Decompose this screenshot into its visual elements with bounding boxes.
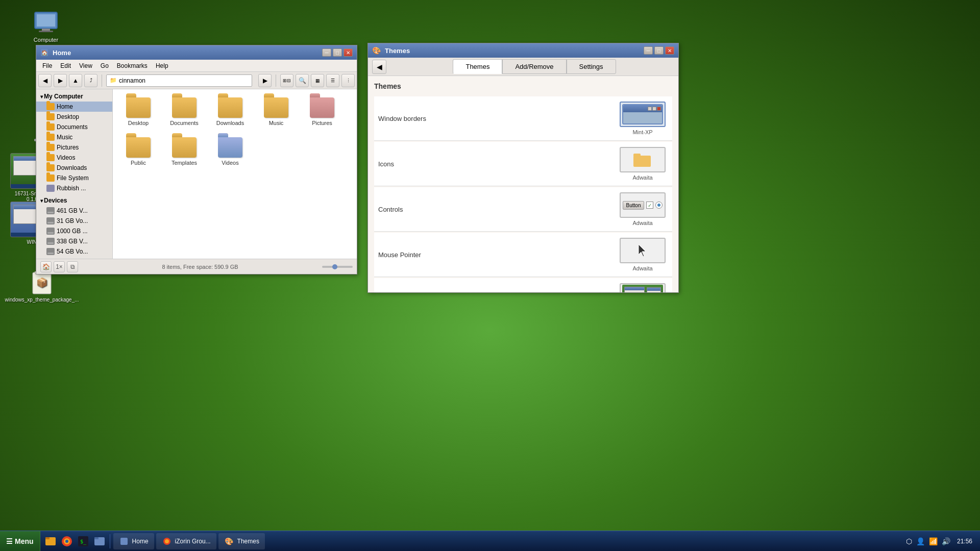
taskbar-menu-button[interactable]: ☰ Menu	[0, 531, 40, 551]
file-item-downloads[interactable]: Downloads	[210, 94, 251, 129]
computer-icon-label: Computer	[34, 37, 58, 43]
menu-edit[interactable]: Edit	[56, 61, 75, 70]
zoom-slider[interactable]	[322, 266, 353, 268]
svg-rect-1	[37, 14, 55, 27]
themes-close-button[interactable]: ✕	[665, 46, 674, 55]
sidebar-devices-header[interactable]: ▾ Devices	[36, 195, 112, 206]
file-videos-label: Videos	[222, 160, 238, 166]
trash-icon	[46, 185, 55, 192]
file-item-videos[interactable]: Videos	[210, 134, 251, 169]
sidebar-item-home[interactable]: Home	[36, 102, 112, 112]
window-borders-preview[interactable]: Mint-XP	[617, 102, 668, 135]
statusbar-copy-button[interactable]: ⧉	[67, 261, 78, 272]
taskbar-files2-button[interactable]	[91, 533, 108, 549]
taskbar-item-zorin[interactable]: iZorin Grou...	[156, 533, 216, 549]
menu-help[interactable]: Help	[152, 61, 173, 70]
back-button[interactable]: ◀	[38, 74, 52, 87]
sidebar-item-downloads[interactable]: Downloads	[36, 163, 112, 173]
icons-value: Adwaita	[632, 174, 652, 181]
sidebar-item-filesystem[interactable]: File System	[36, 173, 112, 183]
list-view-button[interactable]: ☰	[326, 74, 339, 87]
sidebar-item-desktop[interactable]: Desktop	[36, 112, 112, 122]
zorin-taskbar-label: iZorin Grou...	[175, 538, 211, 545]
theme-row-controls: Controls Button ✓ Adwaita	[374, 187, 672, 232]
statusbar-1x-button[interactable]: 1×	[54, 261, 65, 272]
mouse-pointer-preview[interactable]: Adwaita	[617, 238, 668, 271]
controls-preview[interactable]: Button ✓ Adwaita	[617, 192, 668, 226]
svg-text:🏠: 🏠	[41, 49, 48, 56]
wb-max-btn	[652, 107, 656, 111]
menu-view[interactable]: View	[75, 61, 96, 70]
themes-content: Themes Window borders Mint-XP	[368, 76, 678, 292]
view-toggle-button[interactable]: ⊞⊟	[280, 74, 293, 87]
home-content: ▾ My Computer Home Desktop Documents	[36, 89, 357, 259]
home-close-button[interactable]: ✕	[344, 48, 353, 57]
file-item-desktop[interactable]: Desktop	[118, 94, 159, 129]
up-button[interactable]: ▲	[69, 74, 82, 87]
taskbar-item-themes[interactable]: 🎨 Themes	[218, 533, 265, 549]
themes-tab-themes[interactable]: Themes	[453, 59, 502, 74]
desktop-icon-computer[interactable]: Computer	[26, 10, 66, 43]
themes-maximize-button[interactable]: □	[654, 46, 664, 55]
themes-back-button[interactable]: ◀	[372, 60, 386, 74]
folder-desktop-icon	[46, 113, 55, 120]
file-item-documents[interactable]: Documents	[164, 94, 205, 129]
files-icon	[44, 535, 57, 547]
taskbar-terminal-button[interactable]: $_	[75, 533, 91, 549]
file-item-templates[interactable]: Templates	[164, 134, 205, 169]
sidebar-my-computer-header[interactable]: ▾ My Computer	[36, 91, 112, 102]
sidebar-item-disk5[interactable]: 54 GB Vo...	[36, 246, 112, 257]
folder-documents-lg-icon	[172, 97, 197, 118]
file-item-public[interactable]: Public	[118, 134, 159, 169]
desktop-theme-preview[interactable]: Mint-XP	[617, 283, 668, 292]
desktop-icon-windows-xp[interactable]: 📦 windows_xp_theme_package_...	[21, 270, 62, 303]
menu-go[interactable]: Go	[96, 61, 113, 70]
taskbar-files-button[interactable]	[42, 533, 59, 549]
themes-tab-addremove[interactable]: Add/Remove	[502, 59, 566, 74]
sidebar-item-disk2[interactable]: 31 GB Vo...	[36, 216, 112, 226]
file-item-pictures[interactable]: Pictures	[302, 94, 342, 129]
sidebar-item-pictures[interactable]: Pictures	[36, 142, 112, 153]
disk5-icon	[46, 248, 55, 255]
sidebar-item-documents[interactable]: Documents	[36, 122, 112, 132]
taskbar-firefox-button[interactable]	[59, 533, 75, 549]
more-view-button[interactable]: ⋮	[341, 74, 355, 87]
themes-taskbar-label: Themes	[237, 538, 259, 545]
disk3-icon	[46, 228, 55, 235]
file-item-music[interactable]: Music	[256, 94, 297, 129]
address-text[interactable]: cinnamon	[119, 77, 145, 84]
taskbar-item-home[interactable]: Home	[113, 533, 154, 549]
folder-downloads-lg-icon	[218, 97, 242, 118]
home-maximize-button[interactable]: □	[333, 48, 342, 57]
taskbar-time: 21:56	[954, 538, 975, 545]
window-borders-value: Mint-XP	[632, 129, 652, 135]
icons-label: Icons	[378, 160, 617, 168]
sidebar-item-disk3[interactable]: 1000 GB ...	[36, 226, 112, 236]
home-window-controls: ─ □ ✕	[322, 48, 353, 57]
grid-view-button[interactable]: ▦	[311, 74, 324, 87]
sidebar-item-rubbish[interactable]: Rubbish ...	[36, 183, 112, 193]
sidebar-item-videos[interactable]: Videos	[36, 153, 112, 163]
sidebar-item-disk4[interactable]: 338 GB V...	[36, 236, 112, 246]
computer-icon	[34, 10, 58, 35]
search-button[interactable]: 🔍	[296, 74, 309, 87]
forward-button[interactable]: ▶	[54, 74, 67, 87]
themes-minimize-button[interactable]: ─	[644, 46, 653, 55]
statusbar-home-button[interactable]: 🏠	[40, 261, 52, 272]
themes-tab-settings[interactable]: Settings	[567, 59, 616, 74]
sidebar-item-disk1[interactable]: 461 GB V...	[36, 206, 112, 216]
parent-dir-button[interactable]: ⤴	[84, 74, 97, 87]
address-forward-button[interactable]: ▶	[258, 74, 272, 87]
volume-icon: 🔊	[942, 537, 950, 545]
menu-bookmarks[interactable]: Bookmarks	[113, 61, 152, 70]
icons-preview[interactable]: Adwaita	[617, 147, 668, 181]
mouse-visual	[638, 243, 648, 258]
sidebar-devices: ▾ Devices 461 GB V... 31 GB Vo... 1000 G…	[36, 195, 112, 257]
menu-file[interactable]: File	[38, 61, 56, 70]
chevron-devices-icon: ▾	[40, 198, 43, 204]
themes-window-controls: ─ □ ✕	[644, 46, 674, 55]
windowsxp-label: windows_xp_theme_package_...	[5, 297, 79, 303]
home-minimize-button[interactable]: ─	[322, 48, 331, 57]
theme-row-mouse-pointer: Mouse Pointer Adwaita	[374, 233, 672, 277]
sidebar-item-music[interactable]: Music	[36, 132, 112, 142]
